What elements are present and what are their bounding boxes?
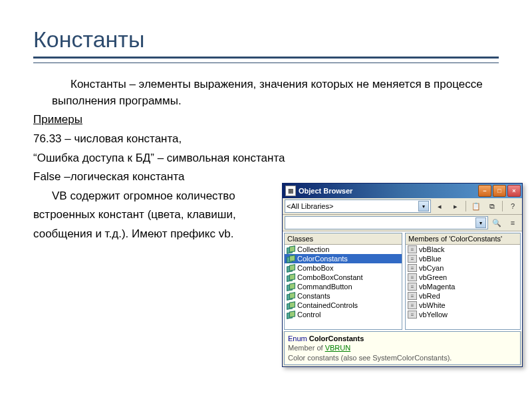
title-divider [33, 57, 499, 59]
member-item-label: vbGreen [419, 273, 447, 281]
class-item-label: ComboBox [297, 264, 333, 272]
class-icon [287, 311, 295, 319]
member-item-label: vbCyan [419, 264, 444, 272]
library-combo[interactable]: <All Libraries> ▾ [285, 200, 431, 213]
member-item[interactable]: ≡vbCyan [406, 263, 520, 273]
classes-list[interactable]: CollectionColorConstantsComboBoxComboBox… [285, 245, 402, 329]
copy-button[interactable]: 📋 [469, 200, 483, 213]
chevron-down-icon[interactable]: ▾ [418, 201, 429, 211]
window-title: Object Browser [299, 187, 477, 195]
maximize-button[interactable]: □ [493, 185, 506, 197]
search-input[interactable]: ▾ [285, 216, 488, 229]
object-browser-icon: ▦ [285, 186, 296, 196]
details-pane: Enum ColorConstants Member of VBRUN Colo… [284, 331, 521, 365]
member-item[interactable]: ≡vbRed [406, 291, 520, 301]
member-item-label: vbYellow [419, 311, 448, 319]
class-item-label: ComboBoxConstant [297, 273, 362, 281]
class-item[interactable]: Collection [285, 245, 402, 254]
class-item[interactable]: ComboBoxConstant [285, 273, 402, 282]
class-icon [287, 255, 295, 263]
minimize-button[interactable]: − [478, 185, 491, 197]
close-button[interactable]: × [507, 185, 521, 197]
footer-enum-name: ColorConstants [309, 334, 364, 342]
constant-icon: ≡ [408, 301, 417, 309]
footer-description: Color constants (also see SystemColorCon… [288, 353, 517, 362]
separator [466, 201, 466, 211]
constant-icon: ≡ [408, 311, 417, 319]
member-item[interactable]: ≡vbBlack [406, 245, 520, 254]
object-browser-window: ▦ Object Browser − □ × <All Libraries> ▾… [282, 183, 523, 367]
constant-icon: ≡ [408, 264, 417, 272]
titlebar[interactable]: ▦ Object Browser − □ × [283, 184, 522, 198]
class-icon [287, 265, 295, 272]
classes-header: Classes [285, 233, 402, 245]
class-item-label: Collection [297, 245, 329, 253]
footer-library-link[interactable]: VBRUN [325, 344, 351, 352]
class-icon [287, 293, 295, 300]
member-item-label: vbBlue [419, 255, 442, 263]
member-item-label: vbBlack [419, 245, 445, 253]
library-toolbar: <All Libraries> ▾ ◂ ▸ 📋 ⧉ ? [283, 198, 522, 215]
class-item[interactable]: ComboBox [285, 263, 402, 273]
definition-text: Константы – элементы выражения, значения… [52, 76, 499, 109]
separator [502, 201, 503, 211]
example-numeric: 76.33 – числовая константа, [33, 131, 499, 148]
examples-heading: Примеры [33, 112, 499, 128]
member-item[interactable]: ≡vbBlue [406, 254, 520, 263]
help-button[interactable]: ? [505, 200, 520, 213]
member-item[interactable]: ≡vbYellow [406, 310, 520, 319]
class-icon [287, 274, 295, 281]
class-item[interactable]: ColorConstants [285, 254, 402, 263]
view-definition-button[interactable]: ⧉ [485, 200, 499, 213]
nav-forward-button[interactable]: ▸ [448, 200, 463, 213]
title-subdivider [33, 63, 499, 63]
constant-icon: ≡ [408, 255, 417, 263]
constant-icon: ≡ [408, 283, 417, 291]
footer-keyword: Enum [288, 334, 307, 342]
class-item-label: Constants [297, 292, 331, 300]
classes-pane: Classes CollectionColorConstantsComboBox… [284, 233, 402, 330]
class-icon [287, 302, 295, 309]
member-item-label: vbRed [419, 292, 440, 300]
class-item[interactable]: CommandButton [285, 282, 402, 291]
class-item[interactable]: ContainedControls [285, 301, 402, 310]
member-item[interactable]: ≡vbMagenta [406, 282, 520, 291]
toggle-search-results-button[interactable]: ≡ [505, 216, 520, 229]
search-toolbar: ▾ 🔍 ≡ [283, 215, 522, 231]
constant-icon: ≡ [408, 292, 417, 300]
members-header: Members of 'ColorConstants' [406, 233, 520, 245]
members-list[interactable]: ≡vbBlack≡vbBlue≡vbCyan≡vbGreen≡vbMagenta… [406, 245, 520, 329]
search-button[interactable]: 🔍 [489, 216, 504, 229]
class-item[interactable]: Control [285, 310, 402, 319]
class-item-label: ColorConstants [297, 255, 348, 263]
constant-icon: ≡ [408, 273, 417, 281]
class-item-label: Control [297, 311, 321, 319]
class-icon [287, 246, 295, 253]
class-icon [287, 283, 295, 291]
members-pane: Members of 'ColorConstants' ≡vbBlack≡vbB… [405, 233, 521, 330]
example-string: “Ошибка доступа к БД” – символьная конст… [33, 150, 499, 167]
slide-title: Константы [33, 27, 499, 53]
footer-memberof-label: Member of [288, 344, 323, 352]
member-item-label: vbWhite [419, 301, 446, 309]
class-item[interactable]: Constants [285, 291, 402, 301]
member-item[interactable]: ≡vbGreen [406, 273, 520, 282]
nav-back-button[interactable]: ◂ [432, 200, 447, 213]
constant-icon: ≡ [408, 245, 417, 253]
class-item-label: ContainedControls [297, 301, 358, 309]
class-item-label: CommandButton [297, 283, 352, 291]
member-item-label: vbMagenta [419, 283, 455, 291]
library-combo-value: <All Libraries> [287, 202, 333, 210]
chevron-down-icon[interactable]: ▾ [475, 217, 486, 228]
member-item[interactable]: ≡vbWhite [406, 301, 520, 310]
